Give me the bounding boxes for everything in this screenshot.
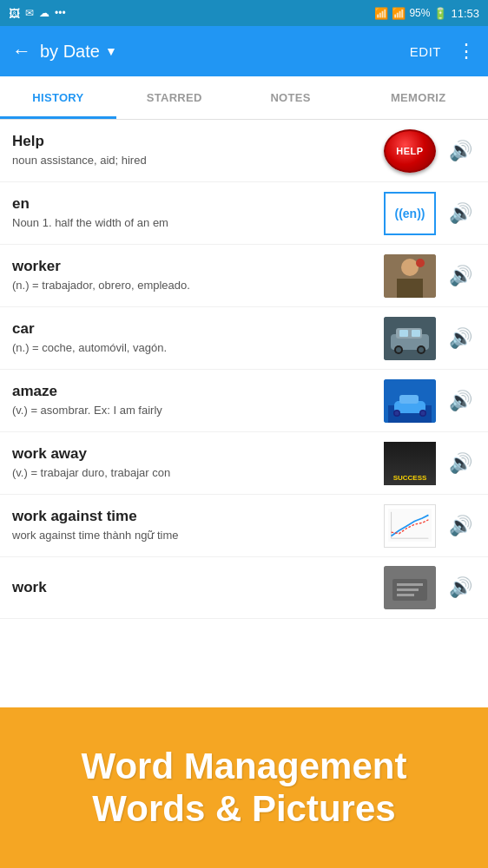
list-item[interactable]: Help noun assistance, aid; hired HELP 🔊 — [0, 120, 488, 182]
svg-rect-8 — [412, 330, 420, 337]
mail-icon: ✉ — [25, 7, 34, 19]
list-item[interactable]: worker (n.) = trabajador, obrero, emplea… — [0, 245, 488, 307]
word-content-worker: worker (n.) = trabajador, obrero, emplea… — [12, 257, 384, 293]
status-right: 📶 📶 95% 🔋 11:53 — [374, 7, 479, 20]
word-content-amaze: amaze (v.) = asombrar. Ex: I am fairly — [12, 382, 384, 418]
sound-button-car[interactable]: 🔊 — [445, 323, 476, 354]
amaze-svg — [384, 379, 436, 423]
tab-starred-label: STARRED — [147, 91, 202, 104]
svg-point-12 — [419, 347, 424, 352]
word-image-worker — [384, 254, 436, 298]
word-def-workagainst: work against time thành ngữ time — [12, 528, 377, 543]
work-svg — [384, 566, 436, 609]
sound-icon-workagainst: 🔊 — [449, 515, 472, 537]
sound-icon-workaway: 🔊 — [449, 452, 472, 475]
battery-percent: 95% — [409, 7, 430, 19]
sound-icon-help: 🔊 — [449, 140, 472, 162]
word-title-en: en — [12, 194, 377, 214]
chart-svg — [388, 507, 432, 543]
sound-icon-car: 🔊 — [449, 327, 472, 350]
word-def-en: Noun 1. half the width of an em — [12, 215, 377, 231]
back-button[interactable]: ← — [12, 40, 31, 62]
word-title-car: car — [12, 319, 377, 339]
sound-button-worker[interactable]: 🔊 — [445, 260, 476, 292]
worker-svg — [384, 254, 436, 298]
word-title-work: work — [12, 578, 377, 597]
more-options-icon[interactable]: ⋮ — [457, 40, 476, 62]
svg-point-20 — [421, 411, 425, 415]
status-left-icons: 🖼 ✉ ☁ ••• — [9, 7, 66, 20]
svg-rect-26 — [397, 583, 423, 586]
sound-icon-en: 🔊 — [449, 202, 472, 225]
app-bar-left: ← by Date ▼ — [12, 40, 117, 62]
tab-history[interactable]: HISTORY — [0, 76, 116, 119]
signal-icon: 📶 — [392, 7, 406, 20]
word-title-workaway: work away — [12, 444, 377, 464]
word-content-car: car (n.) = coche, automóvil, vagón. — [12, 319, 384, 356]
sound-button-workaway[interactable]: 🔊 — [445, 448, 476, 479]
svg-point-1 — [401, 259, 419, 276]
word-title-worker: worker — [12, 257, 377, 276]
word-image-workagainst — [384, 504, 436, 548]
word-def-help: noun assistance, aid; hired — [12, 153, 377, 168]
tab-notes[interactable]: NOTES — [233, 76, 349, 119]
tab-memorize[interactable]: MEMORIZ — [348, 76, 488, 119]
battery-icon: 🔋 — [433, 7, 447, 20]
list-item[interactable]: amaze (v.) = asombrar. Ex: I am fairly 🔊 — [0, 370, 488, 432]
sound-button-workagainst[interactable]: 🔊 — [445, 510, 476, 542]
tab-starred[interactable]: STARRED — [116, 76, 233, 119]
tab-notes-label: NOTES — [270, 91, 310, 104]
tab-history-label: HISTORY — [32, 91, 83, 104]
orange-banner: Word Management Words & Pictures — [0, 707, 488, 868]
word-content-en: en Noun 1. half the width of an em — [12, 194, 384, 231]
list-item[interactable]: work against time work against time thàn… — [0, 495, 488, 557]
word-title-workagainst: work against time — [12, 507, 377, 526]
app-bar-right: EDIT ⋮ — [410, 40, 476, 62]
list-item[interactable]: en Noun 1. half the width of an em ((en)… — [0, 182, 488, 245]
word-title-amaze: amaze — [12, 382, 377, 401]
word-list: Help noun assistance, aid; hired HELP 🔊 … — [0, 120, 488, 619]
word-image-help: HELP — [384, 129, 436, 173]
sound-button-en[interactable]: 🔊 — [445, 198, 476, 229]
edit-button[interactable]: EDIT — [410, 44, 441, 59]
sound-icon-amaze: 🔊 — [449, 390, 472, 412]
word-def-workaway: (v.) = trabajar duro, trabajar con — [12, 465, 377, 481]
app-bar: ← by Date ▼ EDIT ⋮ — [0, 26, 488, 76]
word-image-amaze — [384, 379, 436, 423]
status-bar: 🖼 ✉ ☁ ••• 📶 📶 95% 🔋 11:53 — [0, 0, 488, 26]
svg-point-10 — [396, 347, 401, 352]
success-label: SUCCESS — [393, 474, 427, 482]
svg-rect-27 — [397, 589, 419, 591]
app-bar-title: by Date ▼ — [40, 42, 117, 62]
list-item[interactable]: work 🔊 — [0, 557, 488, 619]
svg-rect-21 — [388, 509, 432, 542]
list-item[interactable]: work away (v.) = trabajar duro, trabajar… — [0, 432, 488, 495]
sound-button-help[interactable]: 🔊 — [445, 135, 476, 167]
sound-icon-work: 🔊 — [449, 576, 472, 599]
word-image-work — [384, 566, 436, 609]
word-def-amaze: (v.) = asombrar. Ex: I am fairly — [12, 403, 377, 418]
word-def-worker: (n.) = trabajador, obrero, empleado. — [12, 278, 377, 293]
tabs-bar: HISTORY STARRED NOTES MEMORIZ — [0, 76, 488, 120]
word-content-work: work — [12, 578, 384, 597]
sound-button-work[interactable]: 🔊 — [445, 572, 476, 603]
dropdown-arrow-icon[interactable]: ▼ — [105, 44, 117, 58]
image-icon: 🖼 — [9, 7, 20, 20]
word-content-workaway: work away (v.) = trabajar duro, trabajar… — [12, 444, 384, 481]
dots-icon: ••• — [55, 7, 66, 19]
svg-rect-28 — [397, 594, 414, 596]
cloud-icon: ☁ — [39, 7, 49, 19]
car-svg — [384, 317, 436, 360]
tab-memorize-label: MEMORIZ — [391, 91, 445, 104]
svg-rect-2 — [397, 279, 423, 298]
banner-title: Word Management — [82, 746, 407, 787]
sound-icon-worker: 🔊 — [449, 265, 472, 287]
svg-point-3 — [416, 259, 425, 267]
word-image-en: ((en)) — [384, 192, 436, 235]
list-item[interactable]: car (n.) = coche, automóvil, vagón. 🔊 — [0, 307, 488, 370]
sound-button-amaze[interactable]: 🔊 — [445, 385, 476, 417]
wifi-icon: 📶 — [374, 7, 388, 20]
word-image-workaway: SUCCESS — [384, 442, 436, 485]
svg-point-18 — [395, 411, 399, 415]
banner-subtitle: Words & Pictures — [92, 788, 395, 830]
